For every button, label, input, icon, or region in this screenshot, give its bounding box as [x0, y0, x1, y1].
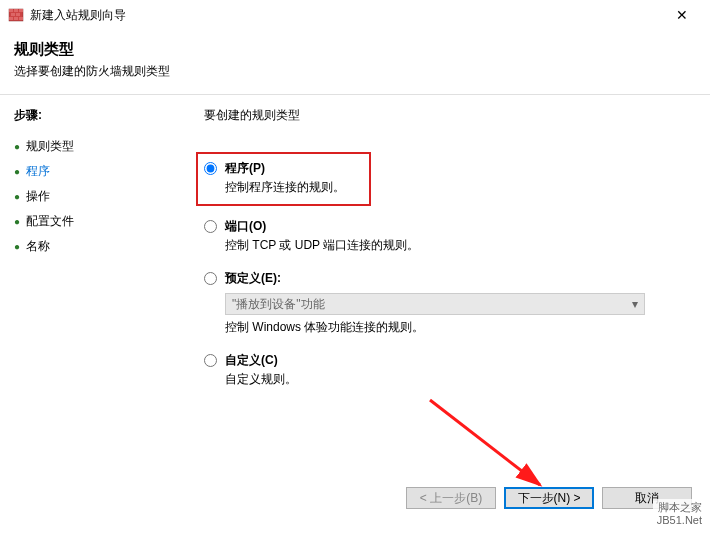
header: 规则类型 选择要创建的防火墙规则类型 [0, 30, 710, 88]
main-panel: 要创建的规则类型 程序(P) 控制程序连接的规则。 端口(O) 控制 TCP 或… [172, 95, 710, 483]
titlebar: 新建入站规则向导 ✕ [0, 0, 710, 30]
select-value: "播放到设备"功能 [232, 296, 325, 313]
sidebar-item-label: 程序 [26, 163, 50, 180]
radio-predefined[interactable] [204, 272, 217, 285]
option-custom[interactable]: 自定义(C) 自定义规则。 [204, 352, 690, 388]
close-button[interactable]: ✕ [662, 1, 702, 29]
bullet-icon: ● [14, 216, 20, 227]
option-program[interactable]: 程序(P) [204, 160, 359, 177]
next-button[interactable]: 下一步(N) > [504, 487, 594, 509]
option-predefined[interactable]: 预定义(E): "播放到设备"功能 ▾ 控制 Windows 体验功能连接的规则… [204, 270, 690, 336]
sidebar-item-label: 配置文件 [26, 213, 74, 230]
svg-rect-3 [19, 9, 23, 12]
svg-rect-4 [11, 13, 15, 16]
svg-rect-8 [19, 17, 23, 20]
sidebar-item-label: 操作 [26, 188, 50, 205]
option-desc: 控制 Windows 体验功能连接的规则。 [225, 319, 690, 336]
option-desc: 自定义规则。 [225, 371, 690, 388]
bullet-icon: ● [14, 166, 20, 177]
option-label: 预定义(E): [225, 270, 281, 287]
svg-rect-1 [9, 9, 13, 12]
radio-program[interactable] [204, 162, 217, 175]
page-title: 规则类型 [14, 40, 696, 59]
sidebar-item-name[interactable]: ●名称 [14, 234, 158, 259]
bullet-icon: ● [14, 141, 20, 152]
sidebar-title: 步骤: [14, 107, 158, 124]
window-title: 新建入站规则向导 [30, 7, 662, 24]
sidebar: 步骤: ●规则类型 ●程序 ●操作 ●配置文件 ●名称 [0, 95, 172, 483]
watermark-line1: 脚本之家 [657, 501, 702, 514]
watermark-line2: JB51.Net [657, 514, 702, 527]
radio-port[interactable] [204, 220, 217, 233]
sidebar-item-profile[interactable]: ●配置文件 [14, 209, 158, 234]
footer: < 上一步(B) 下一步(N) > 取消 [406, 487, 692, 509]
watermark: 脚本之家 JB51.Net [653, 499, 706, 529]
radio-custom[interactable] [204, 354, 217, 367]
option-label: 自定义(C) [225, 352, 278, 369]
bullet-icon: ● [14, 241, 20, 252]
svg-rect-5 [16, 13, 20, 16]
main-title: 要创建的规则类型 [204, 107, 690, 124]
svg-rect-2 [14, 9, 18, 12]
bullet-icon: ● [14, 191, 20, 202]
option-label: 端口(O) [225, 218, 266, 235]
sidebar-item-label: 规则类型 [26, 138, 74, 155]
predefined-select[interactable]: "播放到设备"功能 ▾ [225, 293, 645, 315]
svg-rect-7 [14, 17, 18, 20]
back-button: < 上一步(B) [406, 487, 496, 509]
option-label: 程序(P) [225, 160, 265, 177]
firewall-icon [8, 7, 24, 23]
sidebar-item-action[interactable]: ●操作 [14, 184, 158, 209]
highlight-box: 程序(P) 控制程序连接的规则。 [196, 152, 371, 206]
page-subtitle: 选择要创建的防火墙规则类型 [14, 63, 696, 80]
chevron-down-icon: ▾ [632, 297, 638, 311]
sidebar-item-rule-type[interactable]: ●规则类型 [14, 134, 158, 159]
body: 步骤: ●规则类型 ●程序 ●操作 ●配置文件 ●名称 要创建的规则类型 程序(… [0, 95, 710, 483]
svg-rect-6 [9, 17, 13, 20]
option-port[interactable]: 端口(O) 控制 TCP 或 UDP 端口连接的规则。 [204, 218, 690, 254]
option-desc: 控制 TCP 或 UDP 端口连接的规则。 [225, 237, 690, 254]
sidebar-item-program[interactable]: ●程序 [14, 159, 158, 184]
option-desc: 控制程序连接的规则。 [225, 179, 359, 196]
sidebar-item-label: 名称 [26, 238, 50, 255]
